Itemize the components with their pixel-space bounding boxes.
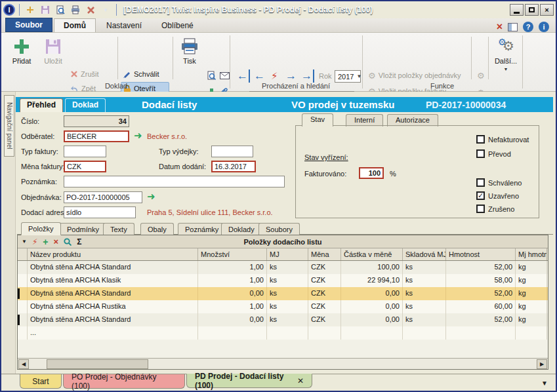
grid-menu-icon[interactable]: ▼ [22, 239, 27, 245]
function-extra-1-icon[interactable]: ⚙ [475, 69, 487, 82]
layout-panel-icon[interactable] [508, 23, 518, 31]
grid-add-icon[interactable]: + [43, 237, 48, 247]
checkbox-box[interactable] [476, 149, 485, 158]
link-arrow-icon[interactable]: ➜ [134, 130, 142, 142]
link-arrow-icon[interactable]: ➜ [147, 191, 155, 203]
tab-prehled[interactable]: Přehled [20, 98, 63, 112]
table-row-new[interactable]: ... [18, 326, 548, 340]
scrollbar-thumb[interactable] [47, 359, 148, 369]
grid-refresh-icon[interactable]: ⚡ [32, 237, 37, 246]
tab-pd-prodej-dodaci-listy[interactable]: PD Prodej - Dodací listy (100) ✕ [186, 374, 312, 388]
column-header[interactable]: Částka v měně [341, 248, 403, 260]
schvalit-button[interactable]: Schválit [121, 68, 161, 81]
maximize-button[interactable] [525, 4, 539, 16]
app-icon[interactable]: I [3, 4, 15, 16]
typ-faktury-field[interactable] [64, 146, 106, 157]
tab-close-icon[interactable]: ✕ [297, 376, 304, 385]
datum-field[interactable]: 16.3.2017 [211, 161, 256, 172]
navigation-strip: Navigační panel [3, 92, 16, 374]
qat-add-icon[interactable] [25, 5, 35, 15]
tisk-button[interactable]: Tisk [175, 35, 205, 79]
year-combobox[interactable]: 2017▼ [335, 70, 361, 83]
info-icon[interactable]: i [539, 22, 549, 32]
table-row-selected[interactable]: Obytná stěna ARCHA Standard 0,00 ks CZK … [18, 287, 548, 300]
qat-print-icon[interactable] [70, 5, 81, 15]
objednavka-field[interactable]: PO-2017-10000005 [64, 191, 142, 203]
column-header[interactable]: Hmotnost [446, 248, 516, 260]
tab-nastaveni[interactable]: Nastavení [97, 19, 151, 32]
zrusit-button[interactable]: Zrušit [68, 68, 101, 81]
help-icon[interactable]: ? [523, 22, 533, 32]
checkbox-box[interactable] [476, 178, 485, 187]
checkbox-schvaleno[interactable]: Schváleno [476, 178, 522, 187]
scroll-right-icon[interactable]: ▶ [537, 359, 547, 369]
nav-last-icon[interactable]: → [299, 69, 316, 83]
poznamka-field[interactable] [64, 176, 285, 187]
checkbox-zruseno[interactable]: Zrušeno [476, 205, 514, 213]
minimize-button[interactable] [510, 4, 524, 16]
dalsi-button[interactable]: ⚙ ⚙ Další... ▼ [491, 35, 521, 79]
nav-first-icon[interactable]: ← [235, 69, 252, 83]
tab-texty[interactable]: Texty [103, 223, 134, 235]
cell-hmotnost: 60,00 [446, 300, 516, 313]
grid-delete-icon[interactable]: × [54, 237, 59, 246]
checkbox-uzavreno[interactable]: ✓ Uzavřeno [476, 191, 519, 200]
mena-field[interactable]: CZK [64, 161, 106, 172]
tab-podminky[interactable]: Podmínky [60, 223, 106, 235]
qat-customize-icon[interactable]: ▼ [100, 5, 111, 15]
ribbon-tab-bar: Soubor Domů Nastavení Oblíbené × ? i [1, 18, 556, 33]
scroll-left-icon[interactable]: ◀ [18, 359, 29, 369]
vlozit-objednavky-button[interactable]: ⚙ Vložit položky objednávky [366, 69, 463, 82]
tab-start[interactable]: Start [20, 374, 62, 389]
nav-refresh-icon[interactable]: ⚡ [269, 69, 280, 83]
tab-stav[interactable]: Stav [302, 113, 333, 127]
typ-vydejky-field[interactable] [211, 146, 253, 157]
tab-oblibene[interactable]: Oblíbené [152, 19, 203, 32]
checkbox-box[interactable]: ✓ [476, 191, 485, 200]
nav-next-icon[interactable]: → [283, 69, 299, 83]
table-row[interactable]: Obytná stěna ARCHA Standard 1,00 ks CZK … [18, 261, 548, 274]
tab-soubor[interactable]: Soubor [5, 18, 52, 32]
checkbox-label: Zrušeno [488, 205, 514, 213]
pridat-button[interactable]: Přidat [7, 35, 37, 79]
tab-soubory[interactable]: Soubory [258, 223, 300, 235]
column-header[interactable]: MJ [267, 248, 308, 260]
close-button[interactable]: × [540, 4, 554, 16]
checkbox-box[interactable] [476, 205, 485, 213]
checkbox-box[interactable] [476, 135, 485, 144]
qat-delete-icon[interactable] [85, 5, 96, 15]
grid-search-icon[interactable] [64, 238, 72, 246]
table-row[interactable]: Obytná stěna ARCHA Klasik 1,00 ks CZK 22… [18, 274, 548, 287]
odberatel-field[interactable]: BECKER [64, 130, 129, 142]
tab-domu[interactable]: Domů [54, 18, 96, 32]
nav-prev-icon[interactable]: ← [252, 69, 267, 83]
qat-save-icon[interactable] [40, 5, 51, 15]
grid-sum-icon[interactable]: Σ [77, 237, 81, 246]
checkbox-prevod[interactable]: Převod [476, 149, 511, 158]
tab-doklady[interactable]: Doklady [221, 223, 262, 235]
cell-castka: 100,00 [341, 261, 403, 274]
tab-po-prodej-objednavky[interactable]: PO Prodej - Objednávky (100) [63, 374, 185, 389]
column-header[interactable]: Skladová MJ [403, 248, 446, 260]
grid-horizontal-scrollbar[interactable]: ◀ ▶ [18, 358, 548, 369]
column-header[interactable]: Název produktu [28, 248, 198, 260]
column-header[interactable]: Množství [198, 248, 267, 260]
tab-polozky[interactable]: Položky [21, 222, 61, 235]
cell-hmotnost: 52,00 [446, 287, 516, 300]
tab-obaly[interactable]: Obaly [140, 223, 174, 235]
table-row[interactable]: Obytná stěna ARCHA Standard 0,00 ks CZK … [18, 313, 548, 326]
tab-list-dropdown-icon[interactable]: ▼ [541, 380, 548, 387]
column-header[interactable]: Měna [308, 248, 341, 260]
tab-poznamky[interactable]: Poznámky [178, 223, 226, 235]
ulozit-button[interactable]: Uložit [38, 35, 68, 79]
close-view-icon[interactable]: × [497, 22, 503, 31]
adresa-field[interactable]: sídlo [64, 206, 136, 218]
table-row[interactable]: Obytná stěna ARCHA Rustika 1,00 ks CZK 0… [18, 300, 548, 313]
column-header[interactable]: Mj hmotnosti [516, 248, 547, 260]
tab-doklad[interactable]: Doklad [65, 98, 106, 112]
print-preview-icon[interactable] [205, 69, 218, 82]
zrusit-label: Zrušit [81, 70, 99, 78]
navigation-panel-tab[interactable]: Navigační panel [4, 95, 14, 157]
qat-preview-icon[interactable] [55, 5, 66, 15]
checkbox-nefakturovat[interactable]: Nefakturovat [476, 135, 529, 144]
